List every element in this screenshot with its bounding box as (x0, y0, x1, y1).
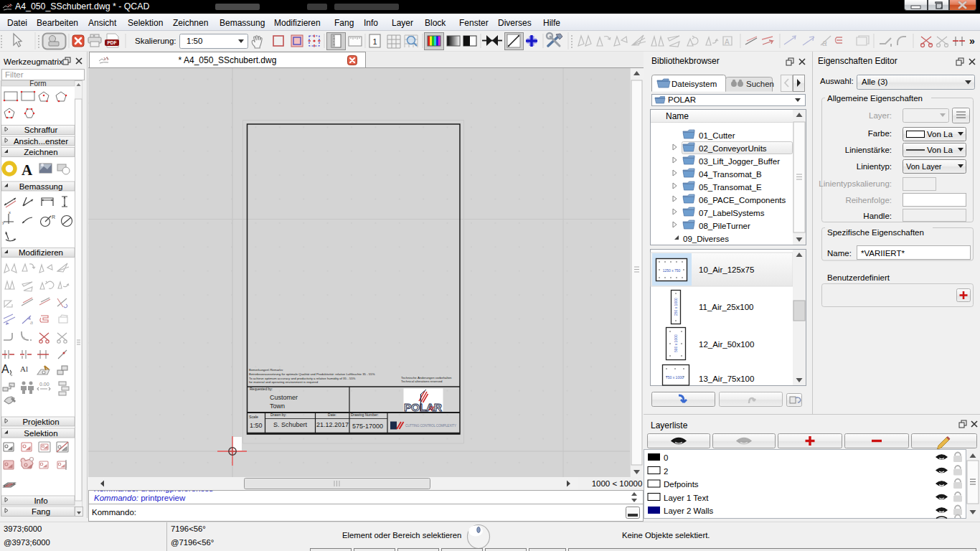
svg-text:Form: Form (29, 80, 46, 88)
svg-text:Defpoints: Defpoints (664, 480, 699, 489)
svg-text:Selektion: Selektion (24, 429, 57, 438)
svg-text:Al: Al (20, 364, 28, 373)
svg-text:A: A (1, 363, 9, 375)
svg-text:»: » (969, 35, 975, 47)
svg-text:Drawn by:: Drawn by: (270, 413, 287, 417)
svg-text:10_Air_125x75: 10_Air_125x75 (699, 265, 754, 274)
svg-text:Town: Town (270, 402, 285, 410)
svg-text:Allgemeine Eigenschaften: Allgemeine Eigenschaften (827, 94, 923, 103)
svg-text:Alle (3): Alle (3) (862, 77, 888, 86)
svg-text:Modifizieren: Modifizieren (19, 248, 63, 257)
svg-text:2: 2 (664, 467, 668, 476)
svg-text:1: 1 (372, 37, 377, 46)
svg-text:03_Lift_Jogger_Buffer: 03_Lift_Jogger_Buffer (699, 157, 780, 166)
svg-text:06_PACE_Components: 06_PACE_Components (699, 196, 786, 204)
svg-text:1250 x 750: 1250 x 750 (663, 268, 681, 273)
svg-text:Betriebsvoraussetzung für opti: Betriebsvoraussetzung für optimale Quali… (249, 372, 375, 376)
svg-text:x: x (9, 210, 11, 215)
svg-text:Bibliothekbrowser: Bibliothekbrowser (651, 56, 720, 66)
svg-text:Layer 2 Walls: Layer 2 Walls (664, 507, 713, 515)
svg-text:Projektion: Projektion (22, 418, 59, 426)
svg-text:POLAR: POLAR (668, 95, 696, 104)
svg-text:05_Transomat_E: 05_Transomat_E (699, 183, 762, 192)
svg-text:Scale: Scale (249, 415, 258, 419)
svg-text:a: a (30, 320, 33, 325)
svg-text:a: a (822, 38, 827, 48)
svg-text:21.12.2017: 21.12.2017 (316, 421, 349, 428)
svg-text:04_Transomat_B: 04_Transomat_B (699, 170, 762, 179)
svg-text:Layer 1 Text: Layer 1 Text (664, 494, 709, 502)
svg-text:R: R (52, 215, 55, 220)
svg-text:Name:: Name: (827, 249, 852, 258)
svg-text:Layerliste: Layerliste (651, 420, 688, 430)
svg-text:Linienstärke:: Linienstärke: (845, 146, 892, 154)
svg-text:Suchen: Suchen (746, 80, 774, 88)
svg-text:Name: Name (666, 111, 689, 121)
svg-text:Customer: Customer (270, 394, 298, 401)
svg-text:To achieve optimum accuracy an: To achieve optimum accuracy and producti… (249, 377, 356, 380)
svg-text:Auswahl:: Auswahl: (820, 77, 854, 85)
svg-text:Reihenfolge:: Reihenfolge: (845, 196, 892, 204)
svg-text:Ansich...enster: Ansich...enster (14, 137, 68, 146)
svg-text:Zeichnen: Zeichnen (24, 148, 57, 156)
svg-text:Handle:: Handle: (863, 212, 892, 220)
svg-text:Dateisystem: Dateisystem (672, 80, 717, 88)
svg-text:Linientyp:: Linientyp: (857, 162, 892, 171)
svg-text:500 x 1000: 500 x 1000 (674, 334, 678, 352)
svg-text:Bemassung: Bemassung (19, 182, 63, 191)
svg-text:07_LabelSystems: 07_LabelSystems (699, 209, 765, 217)
svg-text:11_Air_25x100: 11_Air_25x100 (699, 303, 754, 311)
svg-text:CUTTING CONTROL COMPLEXITY: CUTTING CONTROL COMPLEXITY (405, 424, 456, 428)
svg-text:Fang: Fang (32, 507, 50, 516)
svg-text:1000 < 10000: 1000 < 10000 (592, 479, 643, 488)
svg-text:Benutzerdefiniert: Benutzerdefiniert (827, 273, 890, 282)
svg-text:750 x 1000: 750 x 1000 (666, 375, 684, 380)
svg-text:Info: Info (34, 496, 47, 505)
svg-text:S. Schubert: S. Schubert (273, 421, 308, 428)
svg-text:Spezifische Eigenschaften: Spezifische Eigenschaften (827, 228, 924, 237)
svg-text:Schraffur: Schraffur (24, 126, 58, 134)
svg-text:Von La: Von La (927, 130, 953, 138)
svg-text:Drawing Number:: Drawing Number: (351, 413, 379, 417)
svg-text:Requested by:: Requested by: (250, 387, 273, 391)
svg-text:Technical alterations reserved: Technical alterations reserved (401, 380, 443, 383)
svg-text:Eigenschaften Editor: Eigenschaften Editor (818, 56, 897, 66)
svg-text:Von La: Von La (927, 146, 953, 154)
svg-text:Filter: Filter (5, 70, 24, 79)
svg-text:1:50: 1:50 (187, 37, 202, 45)
svg-text:12_Air_50x100: 12_Air_50x100 (699, 340, 754, 349)
svg-text:13_Air_75x100: 13_Air_75x100 (699, 375, 754, 383)
svg-text:PDF: PDF (108, 40, 117, 45)
svg-text:0: 0 (664, 453, 668, 462)
svg-text:POLAR: POLAR (404, 401, 442, 413)
svg-text:for material and operating env: for material and operating environment i… (249, 380, 319, 384)
svg-text:Werkzeugmatrix: Werkzeugmatrix (4, 57, 63, 66)
svg-text:Linientypskalierung:: Linientypskalierung: (819, 179, 892, 188)
svg-text:y: y (2, 220, 4, 225)
svg-text:Von Layer: Von Layer (906, 162, 942, 171)
svg-text:Date:: Date: (328, 413, 336, 417)
svg-text:09_Diverses: 09_Diverses (683, 235, 729, 243)
svg-text:01_Cutter: 01_Cutter (699, 131, 735, 140)
svg-text:*VARIIERT*: *VARIIERT* (861, 249, 905, 258)
svg-text:Farbe:: Farbe: (868, 129, 892, 138)
svg-text:1:50: 1:50 (250, 422, 263, 429)
svg-text:0.00: 0.00 (39, 382, 50, 387)
svg-text:08_PileTurner: 08_PileTurner (699, 222, 750, 230)
svg-text:02_ConveyorUnits: 02_ConveyorUnits (699, 144, 767, 153)
svg-text:575-17000: 575-17000 (352, 423, 383, 430)
svg-text:A: A (725, 38, 730, 46)
svg-text:A: A (22, 161, 33, 179)
svg-text:Bemerkungen\ Remarks:: Bemerkungen\ Remarks: (249, 368, 283, 372)
svg-text:Skalierung:: Skalierung: (135, 37, 176, 45)
svg-text:Layer:: Layer: (869, 111, 892, 120)
svg-text:250 x 1000: 250 x 1000 (674, 298, 678, 316)
